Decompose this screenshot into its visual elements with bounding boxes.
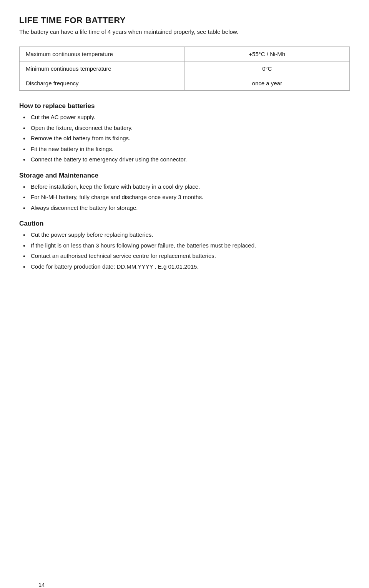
list-item: Fit the new battery in the fixings. — [23, 145, 350, 154]
list-item: Contact an authorised technical service … — [23, 252, 350, 261]
list-item: Before installation, keep the fixture wi… — [23, 183, 350, 191]
storage-maintenance-title: Storage and Maintenance — [19, 172, 350, 179]
list-item: Code for battery production date: DD.MM.… — [23, 262, 350, 271]
page-subtitle: The battery can have a life time of 4 ye… — [19, 28, 350, 35]
list-item: Remove the old battery from its fixings. — [23, 134, 350, 143]
caution-list: Cut the power supply before replacing ba… — [19, 231, 350, 271]
list-item: Cut the AC power supply. — [23, 113, 350, 122]
list-item: Open the fixture, disconnect the battery… — [23, 124, 350, 133]
table-cell-min-temp-label: Minimum continuous temperature — [20, 61, 185, 76]
table-cell-max-temp-value: +55°C / Ni-Mh — [184, 47, 350, 61]
page-number: 14 — [38, 581, 45, 588]
how-to-replace-section: How to replace batteries Cut the AC powe… — [19, 102, 350, 164]
storage-maintenance-list: Before installation, keep the fixture wi… — [19, 183, 350, 213]
caution-section: Caution Cut the power supply before repl… — [19, 220, 350, 271]
table-cell-max-temp-label: Maximum continuous temperature — [20, 47, 185, 61]
list-item: Connect the battery to emergency driver … — [23, 155, 350, 164]
table-cell-min-temp-value: 0°C — [184, 61, 350, 76]
list-item: If the light is on less than 3 hours fol… — [23, 241, 350, 250]
list-item: For Ni-MH battery, fully charge and disc… — [23, 193, 350, 202]
table-row-max-temp: Maximum continuous temperature +55°C / N… — [20, 47, 350, 61]
table-cell-discharge-value: once a year — [184, 76, 350, 91]
list-item: Cut the power supply before replacing ba… — [23, 231, 350, 239]
page-title: LIFE TIME FOR BATTERY — [19, 15, 350, 25]
battery-specs-table: Maximum continuous temperature +55°C / N… — [19, 47, 350, 91]
list-item: Always disconnect the battery for storag… — [23, 204, 350, 213]
how-to-replace-list: Cut the AC power supply. Open the fixtur… — [19, 113, 350, 164]
table-cell-discharge-label: Discharge frequency — [20, 76, 185, 91]
table-row-min-temp: Minimum continuous temperature 0°C — [20, 61, 350, 76]
table-row-discharge: Discharge frequency once a year — [20, 76, 350, 91]
caution-title: Caution — [19, 220, 350, 228]
how-to-replace-title: How to replace batteries — [19, 102, 350, 110]
storage-maintenance-section: Storage and Maintenance Before installat… — [19, 172, 350, 213]
